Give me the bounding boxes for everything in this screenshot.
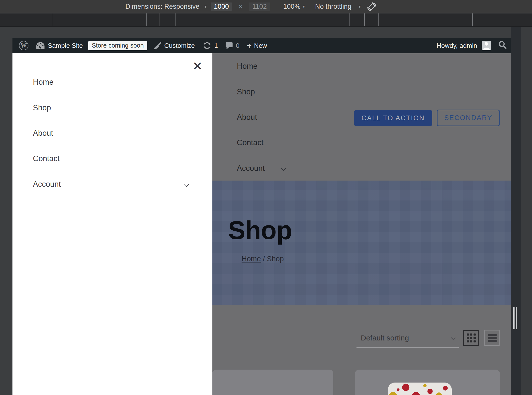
gauge-icon (36, 42, 45, 50)
devtools-background (521, 27, 532, 395)
avatar[interactable] (482, 41, 491, 50)
chevron-down-icon: ▾ (303, 0, 305, 13)
site-page: Home Shop About Contact Account CALL TO … (12, 53, 511, 395)
brush-icon (154, 41, 161, 50)
chevron-down-icon: ▾ (204, 0, 207, 13)
grid-view-button[interactable] (463, 330, 479, 346)
product-card[interactable] (212, 370, 333, 395)
menu-item-shop[interactable]: Shop (33, 103, 51, 112)
devtools-toolbar: Dimensions: Responsive ▾ 1000 × 1102 100… (0, 0, 532, 13)
dimensions-times-separator: × (239, 0, 243, 13)
page-title: Shop (228, 215, 292, 245)
zoom-selector[interactable]: 100% (283, 0, 300, 13)
media-query-ruler (0, 13, 532, 27)
ruler-line (378, 13, 379, 26)
resize-handle-bar[interactable] (513, 307, 515, 329)
list-view-icon (488, 334, 497, 342)
mobile-menu-panel: ✕ Home Shop About Contact Account (12, 53, 212, 395)
updates-count[interactable]: 1 (214, 42, 218, 50)
menu-item-about[interactable]: About (33, 129, 53, 138)
breadcrumb-current: Shop (267, 255, 284, 263)
ruler-line (364, 13, 365, 26)
chevron-down-icon[interactable] (281, 166, 286, 171)
nav-item-shop[interactable]: Shop (237, 87, 255, 96)
product-image (388, 383, 452, 395)
viewport-height-input[interactable]: 1102 (249, 2, 270, 11)
secondary-button[interactable]: SECONDARY (437, 110, 500, 126)
ruler-line (472, 13, 473, 26)
update-icon (203, 42, 211, 50)
menu-item-home[interactable]: Home (33, 78, 54, 87)
menu-item-contact[interactable]: Contact (33, 154, 60, 163)
comment-icon (225, 42, 233, 49)
devtools-responsive-view: Dimensions: Responsive ▾ 1000 × 1102 100… (0, 0, 532, 395)
admin-bar-customize[interactable]: Customize (164, 42, 195, 50)
device-viewport: W Sample Site Store coming soon (12, 38, 511, 395)
breadcrumb: Home / Shop (242, 255, 284, 263)
store-coming-soon-badge: Store coming soon (88, 41, 147, 50)
chevron-down-icon (451, 335, 455, 340)
nav-item-home[interactable]: Home (237, 62, 258, 71)
menu-item-account[interactable]: Account (33, 180, 61, 189)
search-icon[interactable] (498, 40, 507, 51)
nav-item-account[interactable]: Account (237, 164, 265, 173)
grid-view-icon (467, 333, 476, 342)
viewport-width-input[interactable]: 1000 (211, 2, 232, 11)
viewport-resize-strip[interactable] (511, 27, 521, 395)
breadcrumb-home-link[interactable]: Home (242, 255, 261, 263)
sorting-select[interactable]: Default sorting (361, 334, 409, 342)
ruler-line (146, 13, 147, 26)
breadcrumb-separator: / (263, 255, 265, 263)
plus-icon: + (247, 41, 252, 50)
ruler-line (52, 13, 52, 26)
howdy-account[interactable]: Howdy, admin (437, 42, 477, 50)
ruler-line (349, 13, 350, 26)
list-view-button[interactable] (484, 330, 500, 346)
comments-count[interactable]: 0 (236, 42, 239, 50)
sorting-underline (356, 347, 459, 348)
dimensions-selector[interactable]: Dimensions: Responsive (125, 0, 199, 13)
nav-item-contact[interactable]: Contact (237, 138, 264, 147)
admin-bar-new[interactable]: New (254, 42, 267, 50)
close-icon[interactable]: ✕ (192, 60, 202, 72)
nav-item-about[interactable]: About (237, 113, 257, 122)
wp-admin-bar: W Sample Site Store coming soon (12, 38, 511, 53)
admin-bar-site-name[interactable]: Sample Site (48, 42, 83, 50)
chevron-down-icon: ▾ (358, 0, 361, 13)
ruler-line (175, 13, 176, 26)
chevron-down-icon[interactable] (184, 182, 189, 187)
rotate-icon[interactable] (366, 1, 377, 13)
throttling-selector[interactable]: No throttling (315, 0, 352, 13)
call-to-action-button[interactable]: CALL TO ACTION (354, 110, 432, 126)
ruler-line (160, 13, 160, 26)
wp-logo-icon[interactable]: W (19, 41, 28, 50)
resize-handle-bar[interactable] (516, 307, 517, 329)
